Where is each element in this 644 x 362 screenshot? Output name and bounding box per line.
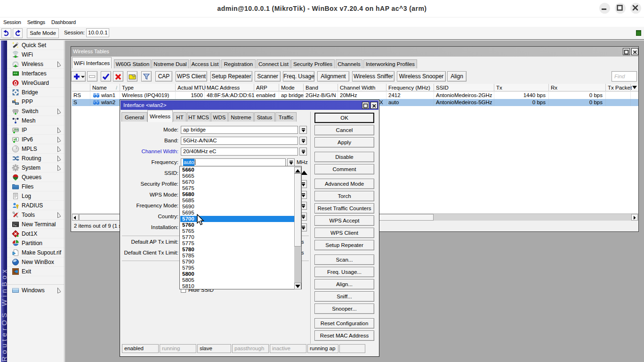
svg-text:v6: v6 (13, 138, 17, 141)
svg-text:255: 255 (13, 128, 18, 132)
